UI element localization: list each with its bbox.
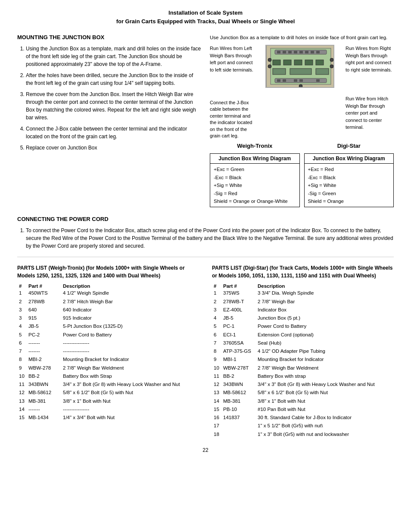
- part-id-cell: MB-58612: [27, 389, 61, 397]
- part-desc-cell: 4 1/2" OD Adapter Pipe Tubing: [256, 347, 394, 355]
- table-row: 11BB-2Battery Box with strap: [212, 372, 394, 380]
- svg-rect-24: [316, 79, 320, 82]
- part-num-cell: 8: [17, 355, 27, 364]
- part-id-cell: MBI-1: [221, 355, 256, 364]
- part-num-cell: 1: [212, 289, 221, 297]
- wiring-tables: Junction Box Wiring Diagram +Exc = Green…: [210, 153, 394, 207]
- part-id-cell: 37605SA: [221, 339, 256, 347]
- part-desc-cell: 5/8" x 6 1/2" Bolt (Gr 5) with Nut: [61, 389, 199, 397]
- table-row: 1450WTS4 1/2" Weigh Spindle: [17, 289, 199, 297]
- table-row: 1375WS3 3/4" Dia. Weigh Spindle: [212, 289, 394, 297]
- power-section: CONNECTING THE POWER CORD To connect the…: [17, 216, 394, 250]
- svg-rect-4: [283, 51, 286, 53]
- part-num-cell: 6: [17, 339, 27, 347]
- table-row: 15MB-14341/4" x 3/4" Bolt with Nut: [17, 414, 199, 422]
- part-num-cell: 17: [212, 422, 221, 430]
- svg-rect-10: [316, 51, 320, 53]
- wiring-headers: Weigh-Tronix Digi-Star: [210, 143, 394, 149]
- digi-star-table-title: Junction Box Wiring Diagram: [305, 154, 394, 164]
- part-desc-cell: 2 7/8" Weigh Bar Weldment: [256, 364, 394, 372]
- part-desc-cell: 915 Indicator: [61, 314, 199, 322]
- part-num-cell: 5: [17, 331, 27, 339]
- part-num-cell: 2: [17, 298, 27, 306]
- part-id-cell: PC-2: [27, 331, 61, 339]
- part-id-cell: 640: [27, 306, 61, 314]
- table-row: 5PC-1Power Cord to Battery: [212, 322, 394, 330]
- part-num-cell: 7: [212, 339, 221, 347]
- part-id-cell: 278WB: [27, 298, 61, 306]
- table-row: 12343BWN3/4" x 3" Bolt (Gr 8) with Heavy…: [212, 380, 394, 389]
- table-row: 14-----------------------: [17, 405, 199, 414]
- page-number: 22: [17, 447, 394, 453]
- table-row: 181" x 3" Bolt (Gr5) with nut and lockwa…: [212, 430, 394, 439]
- part-num-cell: 11: [212, 372, 221, 380]
- part-num-cell: 12: [17, 389, 27, 397]
- digi-star-table-content: +Exc = Red -Exc = Black +Sig = White -Si…: [305, 164, 394, 207]
- table-row: 3640640 Indicator: [17, 306, 199, 314]
- svg-rect-15: [316, 60, 324, 65]
- part-desc-cell: Battery Box with strap: [256, 372, 394, 380]
- diagram-left-labels: Run Wires from Left Weigh Bars through l…: [210, 45, 257, 139]
- part-id-cell: 343BWN: [27, 380, 61, 389]
- table-row: 2278WB-T2 7/8" Weigh Bar: [212, 298, 394, 306]
- part-desc-cell: 3/4" x 3" Bolt (Gr 8) with Heavy Lock Wa…: [61, 380, 199, 389]
- junction-box-diagram: Run Wires from Left Weigh Bars through l…: [210, 45, 394, 139]
- svg-rect-12: [283, 60, 291, 65]
- part-id-cell: 375WS: [221, 289, 256, 297]
- part-num-cell: 18: [212, 430, 221, 439]
- diagram-note: Use Junction Box as a template to drill …: [210, 34, 394, 41]
- part-desc-cell: 640 Indicator: [61, 306, 199, 314]
- svg-point-29: [299, 84, 302, 88]
- table-row: 171" x 5 1/2" Bolt (Gr5) with nut\: [212, 422, 394, 430]
- part-id-cell: [221, 430, 256, 439]
- table-row: 1614183730 ft. Standard Cable for J-Box …: [212, 414, 394, 422]
- pcb-image: [265, 45, 334, 88]
- part-id-cell: 343BWN: [221, 380, 256, 389]
- mounting-step-4: Connect the J-Box cable between the cent…: [26, 125, 201, 140]
- part-desc-cell: Junction Box (5 pt.): [256, 314, 394, 322]
- part-id-cell: ATP-375-GS: [221, 347, 256, 355]
- part-num-cell: 15: [17, 414, 27, 422]
- part-num-cell: 11: [17, 380, 27, 389]
- part-id-cell: WBW-278T: [221, 364, 256, 372]
- part-num-cell: 10: [212, 364, 221, 372]
- part-id-cell: JB-5: [221, 314, 256, 322]
- diagram-right-labels: Run Wires from Right Weigh Bars through …: [342, 45, 394, 131]
- parts-weigh-tronix-heading: PARTS LIST (Weigh-Tronix) (for Models 10…: [17, 264, 199, 280]
- part-num-cell: 1: [17, 289, 27, 297]
- table-row: 3915915 Indicator: [17, 314, 199, 322]
- table-row: 3EZ-400LIndicator Box: [212, 306, 394, 314]
- mounting-step-2: After the holes have been drilled, secur…: [26, 72, 201, 87]
- power-heading: CONNECTING THE POWER CORD: [17, 216, 394, 222]
- table-row: 12MB-586125/8" x 6 1/2" Bolt (Gr 5) with…: [17, 389, 199, 397]
- part-desc-cell: Extension Cord (optional): [256, 331, 394, 339]
- table-row: 7-----------------------: [17, 347, 199, 355]
- svg-rect-7: [299, 51, 303, 53]
- table-row: 13MB-586125/8" x 6 1/2" Bolt (Gr 5) with…: [212, 389, 394, 397]
- weigh-tronix-header: Weigh-Tronix: [210, 143, 300, 149]
- svg-point-26: [268, 65, 271, 68]
- svg-rect-8: [305, 51, 308, 53]
- svg-rect-14: [305, 60, 313, 65]
- svg-point-27: [330, 58, 333, 62]
- weigh-tronix-table: Junction Box Wiring Diagram +Exc = Green…: [210, 153, 300, 207]
- part-num-cell: 9: [17, 364, 27, 372]
- table-row: 15PB-10#10 Pan Bolt with Nut: [212, 405, 394, 414]
- digi-star-table: Junction Box Wiring Diagram +Exc = Red -…: [304, 153, 394, 207]
- digi-star-header: Digi-Star: [304, 143, 394, 149]
- part-id-cell: -------: [27, 347, 61, 355]
- weigh-tronix-table-content: +Exc = Green -Exc = Black +Sig = White -…: [210, 164, 299, 207]
- table-row: 11343BWN3/4" x 3" Bolt (Gr 8) with Heavy…: [17, 380, 199, 389]
- table-row: 737605SASeal (Hub): [212, 339, 394, 347]
- part-desc-cell: Power Cord to Battery: [61, 331, 199, 339]
- part-id-cell: 278WB-T: [221, 298, 256, 306]
- page-title: Installation of Scale System for Grain C…: [17, 9, 394, 25]
- part-desc-cell: Mounting Bracket for Indicator: [61, 355, 199, 364]
- part-id-cell: MB-58612: [221, 389, 256, 397]
- part-id-cell: PC-1: [221, 322, 256, 330]
- part-id-cell: MB-381: [27, 397, 61, 405]
- svg-rect-9: [311, 51, 314, 53]
- part-num-cell: 3: [17, 306, 27, 314]
- part-desc-cell: 5-Pt Junction Box (1325-D): [61, 322, 199, 330]
- svg-rect-5: [288, 51, 292, 53]
